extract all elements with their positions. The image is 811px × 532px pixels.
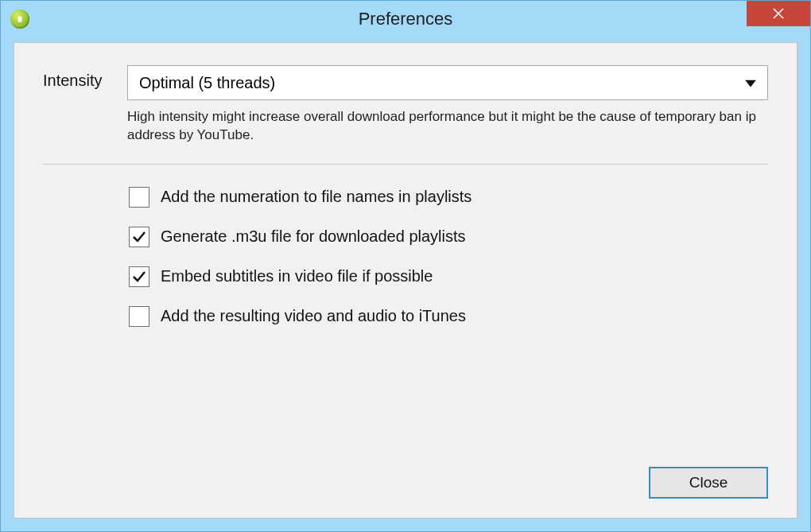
window-title: Preferences: [359, 9, 453, 29]
intensity-row: Intensity Optimal (5 threads) High inten…: [43, 65, 768, 145]
option-generate-m3u-label: Generate .m3u file for downloaded playli…: [161, 227, 466, 246]
close-button-label: Close: [689, 474, 728, 491]
app-icon: [10, 10, 29, 29]
option-numeration[interactable]: Add the numeration to file names in play…: [129, 187, 768, 208]
intensity-selected-value: Optimal (5 threads): [139, 74, 275, 92]
intensity-select[interactable]: Optimal (5 threads): [127, 65, 768, 100]
option-add-itunes[interactable]: Add the resulting video and audio to iTu…: [129, 306, 768, 327]
option-embed-subs[interactable]: Embed subtitles in video file if possibl…: [129, 266, 768, 287]
window-close-button[interactable]: [747, 1, 810, 26]
preferences-window: Preferences Intensity Optimal (5 threads…: [0, 0, 811, 532]
chevron-down-icon: [745, 74, 756, 92]
close-icon: [773, 8, 784, 19]
options-group: Add the numeration to file names in play…: [129, 187, 768, 327]
checkbox-numeration[interactable]: [129, 187, 149, 208]
check-icon: [132, 270, 146, 284]
checkbox-generate-m3u[interactable]: [129, 227, 149, 247]
divider: [43, 164, 768, 165]
checkbox-add-itunes[interactable]: [129, 306, 149, 327]
footer: Close: [649, 467, 768, 499]
check-icon: [132, 190, 146, 204]
option-numeration-label: Add the numeration to file names in play…: [161, 188, 471, 206]
titlebar: Preferences: [1, 1, 810, 37]
intensity-label: Intensity: [43, 65, 113, 90]
content-panel: Intensity Optimal (5 threads) High inten…: [14, 42, 797, 518]
close-button[interactable]: Close: [649, 467, 768, 499]
option-generate-m3u[interactable]: Generate .m3u file for downloaded playli…: [129, 227, 768, 247]
intensity-hint: High intensity might increase overall do…: [127, 108, 768, 145]
intensity-controls: Optimal (5 threads) High intensity might…: [127, 65, 768, 145]
checkbox-embed-subs[interactable]: [129, 266, 149, 287]
check-icon: [132, 309, 146, 324]
option-add-itunes-label: Add the resulting video and audio to iTu…: [161, 307, 466, 325]
check-icon: [132, 230, 146, 244]
option-embed-subs-label: Embed subtitles in video file if possibl…: [161, 267, 433, 285]
